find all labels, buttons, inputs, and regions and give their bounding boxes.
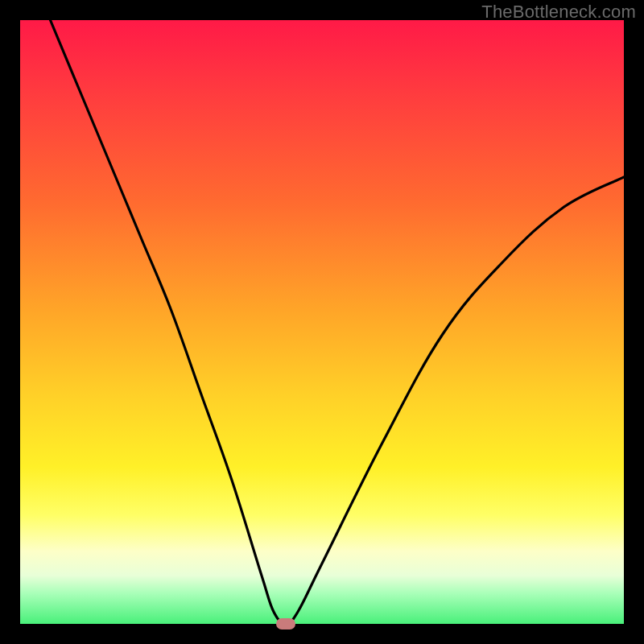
chart-frame: TheBottleneck.com bbox=[0, 0, 644, 644]
plot-area bbox=[20, 20, 624, 624]
bottleneck-curve bbox=[20, 20, 624, 624]
optimum-marker bbox=[276, 618, 295, 630]
